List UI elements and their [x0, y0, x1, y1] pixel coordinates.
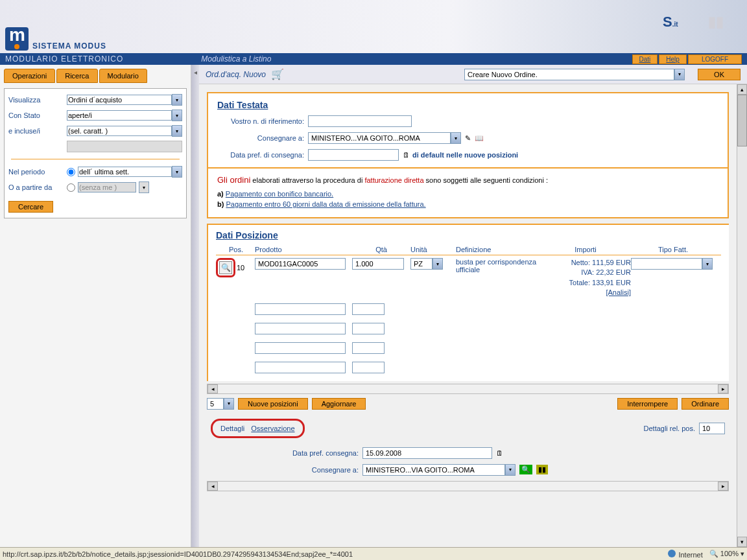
- panel-splitter[interactable]: ◂: [191, 65, 199, 547]
- edit-icon[interactable]: ✎: [465, 134, 471, 143]
- dropdown-arrow-icon[interactable]: ▾: [172, 125, 182, 137]
- rel-pos-input[interactable]: [699, 423, 725, 434]
- consegnare-a-select[interactable]: [362, 464, 505, 476]
- search-icon[interactable]: 🔍: [519, 465, 532, 474]
- incluse-select[interactable]: [67, 126, 172, 136]
- dropdown-arrow-icon[interactable]: ▾: [674, 69, 685, 80]
- scroll-right-icon[interactable]: ▸: [718, 482, 728, 491]
- table-row: [216, 359, 721, 379]
- data-pref-consegna-input[interactable]: [362, 447, 492, 459]
- qta-input[interactable]: [352, 323, 385, 334]
- unita-input[interactable]: [410, 258, 433, 270]
- table-row: 🔍 10 ▾ busta per corrispondenza ufficial…: [216, 255, 721, 301]
- importi-cell: Netto: 111,59 EUR IVA: 22,32 EUR Totale:…: [540, 258, 631, 298]
- stato-label: Con Stato: [8, 111, 67, 119]
- ordinare-button[interactable]: Ordinare: [682, 398, 729, 410]
- bonifico-link[interactable]: Pagamento con bonifico bancario.: [226, 190, 333, 198]
- tab-operazioni[interactable]: Operazioni: [4, 69, 55, 83]
- tipo-fatt-input[interactable]: [631, 258, 702, 270]
- magnify-button[interactable]: 🔍: [219, 261, 232, 274]
- scroll-thumb[interactable]: [737, 95, 747, 146]
- partire-radio[interactable]: [67, 183, 75, 192]
- interrompere-button[interactable]: Interrompere: [617, 398, 678, 410]
- dropdown-arrow-icon[interactable]: ▾: [702, 258, 713, 270]
- dettagli-row: Dettagli Osservazione Dettagli rel. pos.: [207, 414, 729, 443]
- riferimento-input[interactable]: [308, 115, 412, 127]
- book-icon[interactable]: 📖: [475, 134, 484, 143]
- dropdown-arrow-icon[interactable]: ▾: [172, 110, 182, 121]
- globe-icon: [668, 550, 676, 557]
- copy-icon[interactable]: ▮▮: [536, 465, 548, 474]
- periodo-select[interactable]: [78, 167, 172, 177]
- periodo-radio[interactable]: [67, 168, 75, 176]
- status-internet: Internet: [668, 550, 702, 559]
- qta-input[interactable]: [352, 258, 404, 270]
- action-dropdown[interactable]: [464, 69, 674, 80]
- qta-input[interactable]: [352, 342, 385, 354]
- table-row: [216, 340, 721, 359]
- periodo-label: Nel periodo: [8, 168, 67, 176]
- calendar-icon[interactable]: 🗓: [496, 449, 503, 457]
- pos-number: 10: [237, 264, 244, 272]
- dropdown-arrow-icon[interactable]: ▾: [451, 132, 461, 144]
- dropdown-arrow-icon[interactable]: ▾: [224, 398, 234, 410]
- prodotto-input[interactable]: [255, 303, 346, 315]
- print-icon[interactable]: ▮▮: [708, 14, 734, 40]
- dropdown-arrow-icon[interactable]: ▾: [172, 166, 182, 178]
- logo-icon: [5, 27, 29, 51]
- nav-help[interactable]: Help: [659, 54, 687, 64]
- data-pref-input[interactable]: [308, 149, 399, 161]
- status-zoom[interactable]: 🔍 100% ▾: [709, 550, 744, 558]
- qta-input[interactable]: [352, 303, 385, 315]
- logo-text: SISTEMA MODUS: [32, 41, 106, 51]
- header-right-icons: S.it ▮▮: [650, 0, 747, 53]
- cercare-button[interactable]: Cercare: [8, 201, 53, 213]
- stato-select[interactable]: [67, 110, 172, 121]
- analisi-link[interactable]: [Analisi]: [606, 288, 631, 296]
- posizione-title: Dati Posizione: [216, 230, 721, 240]
- main-panel: Ord.d'acq. Nuovo 🛒 ▾ OK Dati Testata Vos…: [199, 65, 747, 547]
- posizione-box: Dati Posizione Pos. Prodotto Qtà Unità D…: [207, 224, 729, 381]
- default-note: di default nelle nuove posizioni: [412, 151, 518, 159]
- prodotto-input[interactable]: [255, 258, 346, 270]
- pagamento60-link[interactable]: Pagamento entro 60 giorni dalla data di …: [226, 200, 425, 208]
- tab-ricerca[interactable]: Ricerca: [56, 69, 97, 83]
- table-row: [216, 320, 721, 340]
- table-row: [216, 301, 721, 320]
- scroll-left-icon[interactable]: ◂: [208, 482, 218, 491]
- dettagli-label: Dettagli: [220, 425, 244, 432]
- app-subtitle: Modulistica a Listino: [201, 54, 271, 64]
- riferimento-label: Vostro n. di riferimento:: [217, 117, 308, 125]
- horizontal-scrollbar[interactable]: ◂ ▸: [207, 384, 729, 394]
- cart-icon: 🛒: [271, 68, 284, 80]
- brand-icon: S.it: [663, 14, 689, 40]
- scroll-right-icon[interactable]: ▸: [718, 384, 728, 393]
- vertical-scrollbar[interactable]: ▴ ▾: [737, 84, 747, 547]
- visualizza-select[interactable]: [67, 95, 172, 105]
- horizontal-scrollbar[interactable]: ◂ ▸: [207, 481, 729, 491]
- scroll-left-icon[interactable]: ◂: [208, 384, 218, 393]
- tab-modulario[interactable]: Modulario: [99, 69, 147, 83]
- scroll-up-icon[interactable]: ▴: [737, 84, 747, 95]
- ok-button[interactable]: OK: [698, 69, 741, 80]
- nuove-posizioni-button[interactable]: Nuove posizioni: [238, 398, 308, 410]
- nav-logoff[interactable]: LOGOFF: [688, 54, 742, 64]
- prodotto-input[interactable]: [255, 323, 346, 334]
- osservazione-link[interactable]: Osservazione: [251, 425, 294, 432]
- aggiornare-button[interactable]: Aggiornare: [312, 398, 366, 410]
- consegnare-a-label: Consegnare a:: [207, 466, 362, 474]
- dropdown-arrow-icon[interactable]: ▾: [433, 258, 443, 270]
- scroll-down-icon[interactable]: ▾: [737, 537, 747, 547]
- dropdown-arrow-icon[interactable]: ▾: [172, 94, 182, 106]
- calendar-icon[interactable]: 🗓: [403, 151, 410, 159]
- pos-count-input[interactable]: [207, 398, 224, 410]
- partire-input: [78, 182, 136, 192]
- nav-dati[interactable]: Dati: [632, 54, 658, 64]
- rel-pos-label: Dettagli rel. pos.: [644, 425, 695, 432]
- prodotto-input[interactable]: [255, 342, 346, 354]
- qta-input[interactable]: [352, 362, 385, 373]
- dropdown-arrow-icon[interactable]: ▾: [505, 464, 516, 476]
- consegnare-select[interactable]: [308, 132, 451, 144]
- prodotto-input[interactable]: [255, 362, 346, 373]
- th-definizione: Definizione: [456, 246, 540, 253]
